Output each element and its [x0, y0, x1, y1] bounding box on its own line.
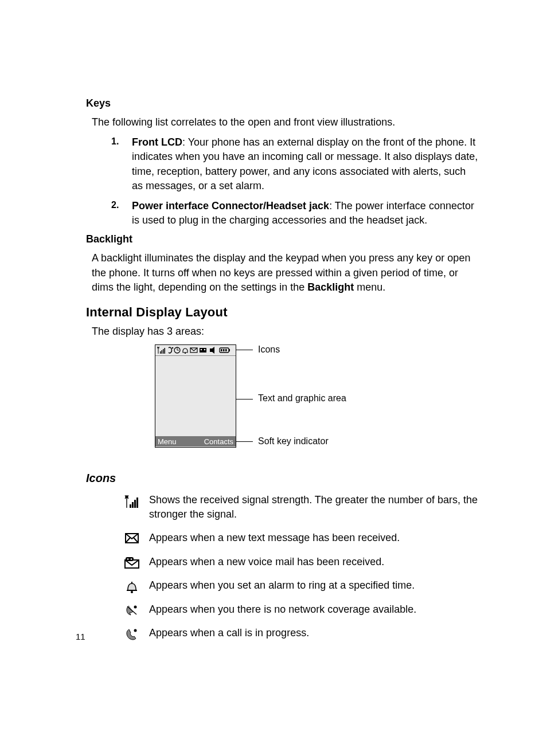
item-number: 2. — [111, 199, 119, 211]
callout-softkey: Soft key indicator — [258, 436, 329, 446]
list-item: 2. Power interface Connector/Headset jac… — [86, 199, 478, 228]
layout-intro: The display has 3 areas: — [92, 324, 478, 339]
svg-point-4 — [172, 347, 174, 349]
softkey-right: Contacts — [204, 437, 233, 446]
item-label: Front LCD — [132, 136, 182, 148]
svg-point-28 — [134, 605, 137, 608]
icon-row: Appears when a new text message has been… — [120, 531, 478, 545]
svg-rect-25 — [127, 590, 137, 591]
icon-row: Appears when you set an alarm to ring at… — [120, 578, 478, 593]
softkey-bar: Menu Contacts — [155, 436, 236, 446]
svg-rect-14 — [223, 349, 225, 351]
heading-keys: Keys — [86, 97, 478, 109]
svg-rect-1 — [162, 350, 163, 354]
item-label: Power interface Connector/Headset jack — [132, 200, 329, 211]
phone-screen: Menu Contacts — [155, 344, 236, 448]
svg-rect-13 — [221, 349, 222, 351]
svg-point-9 — [201, 349, 202, 351]
item-text: : Your phone has an external display on … — [132, 136, 478, 191]
svg-rect-2 — [163, 349, 164, 354]
icon-desc: Appears when a call is in progress. — [143, 626, 478, 640]
icon-desc: Appears when you set an alarm to ring at… — [143, 578, 478, 593]
icon-row: Appears when you there is no network cov… — [120, 602, 478, 617]
heading-backlight: Backlight — [86, 233, 478, 245]
icon-desc: Shows the received signal strength. The … — [143, 493, 478, 522]
callout-line — [236, 441, 253, 442]
svg-rect-12 — [229, 349, 230, 351]
heading-internal-display-layout: Internal Display Layout — [86, 305, 478, 320]
voicemail-icon — [120, 555, 143, 569]
svg-point-24 — [131, 558, 132, 560]
svg-rect-8 — [200, 348, 206, 352]
icon-bar — [155, 345, 236, 356]
icon-desc: Appears when a new text message has been… — [143, 531, 478, 545]
svg-point-29 — [134, 629, 137, 632]
svg-rect-16 — [130, 504, 131, 508]
icon-row: Shows the received signal strength. The … — [120, 493, 478, 522]
callout-line — [236, 399, 253, 399]
svg-point-10 — [204, 349, 206, 351]
icon-desc: Appears when you there is no network cov… — [143, 602, 478, 617]
svg-rect-22 — [126, 557, 134, 561]
page-number: 11 — [76, 632, 85, 641]
icon-desc: Appears when a new voice mail has been r… — [143, 555, 478, 569]
display-diagram: Menu Contacts Icons Text and graphic are… — [155, 344, 478, 459]
keys-list: 1. Front LCD: Your phone has an external… — [86, 135, 478, 228]
item-number: 1. — [111, 135, 119, 148]
text-graphic-area — [155, 356, 236, 436]
backlight-text: A backlight illuminates the display and … — [92, 251, 478, 295]
svg-point-26 — [131, 591, 133, 593]
message-icon — [120, 531, 143, 543]
icon-row: Appears when a new voice mail has been r… — [120, 555, 478, 569]
svg-rect-6 — [185, 352, 186, 354]
callout-text-area: Text and graphic area — [258, 393, 346, 404]
svg-rect-17 — [132, 502, 134, 508]
alarm-icon — [120, 578, 143, 593]
svg-rect-19 — [136, 498, 138, 508]
icon-row: Appears when a call is in progress. — [120, 626, 478, 641]
list-item: 1. Front LCD: Your phone has an external… — [86, 135, 478, 193]
heading-icons: Icons — [86, 472, 478, 485]
callout-icons: Icons — [258, 344, 280, 355]
keys-intro: The following list correlates to the ope… — [92, 115, 478, 130]
call-icon — [120, 626, 143, 641]
no-network-icon — [120, 602, 143, 616]
svg-rect-3 — [165, 348, 166, 354]
page: Keys The following list correlates to th… — [0, 0, 547, 756]
signal-icon — [120, 493, 143, 508]
softkey-left: Menu — [158, 437, 177, 446]
svg-rect-15 — [225, 349, 227, 351]
statusbar-icons — [157, 346, 232, 354]
svg-point-23 — [127, 558, 129, 560]
svg-rect-27 — [131, 582, 132, 583]
callout-line — [236, 350, 253, 350]
svg-rect-18 — [134, 500, 136, 508]
svg-rect-0 — [160, 351, 161, 354]
